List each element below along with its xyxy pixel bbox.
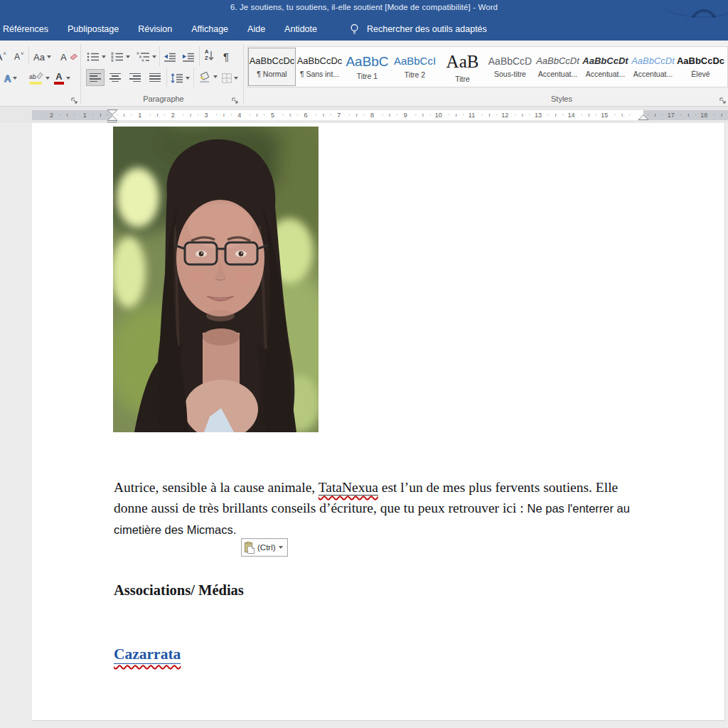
line-spacing-button[interactable]	[171, 69, 190, 87]
style-sample-text: AaBbCcDt	[536, 55, 579, 67]
style-gallery-item[interactable]: AaBbCcDt Accentuat...	[534, 48, 582, 86]
style-name-label: Élevé	[691, 70, 710, 78]
multilevel-list-icon	[136, 52, 150, 62]
numbered-list-button[interactable]	[111, 48, 130, 66]
tell-me-label: Rechercher des outils adaptés	[367, 24, 487, 34]
ribbon-tab[interactable]: Révision	[138, 24, 172, 34]
clipboard-paste-icon	[245, 542, 255, 554]
ribbon-tab[interactable]: Antidote	[284, 24, 317, 34]
font-color-button[interactable]: A	[54, 69, 70, 87]
clear-formatting-button[interactable]: A	[60, 48, 77, 66]
document-page[interactable]: Autrice, sensible à la cause animale, Ta…	[32, 123, 725, 721]
multilevel-list-button[interactable]	[136, 48, 156, 66]
hyperlink-cazarrata[interactable]: Cazarrata	[114, 646, 181, 663]
style-gallery-item[interactable]: AaBbCcDc Élevé	[677, 48, 724, 86]
style-name-label: ¶ Normal	[257, 70, 287, 78]
section-heading[interactable]: Associations/ Médias	[114, 582, 244, 599]
text-effects-button[interactable]: A	[4, 69, 17, 87]
show-paragraph-marks-button[interactable]: ¶	[223, 47, 229, 65]
ruler-right-margin: ·ı·17·ı·18·ı·	[643, 110, 728, 120]
style-name-label: Titre 2	[405, 70, 425, 79]
ruler-row: 2·ı·1·ı· ·ı·1·ı·2·ı·3·ı·4·ı·5·ı·6·ı·7·ı·…	[0, 107, 728, 123]
clear-formatting-icon: A	[60, 53, 67, 62]
style-gallery-item[interactable]: AaBbCcDt Accentuat...	[582, 48, 629, 86]
style-sample-text: AaBbCcD	[488, 55, 532, 68]
style-name-label: ¶ Sans int...	[300, 70, 339, 78]
style-gallery-item[interactable]: AaBbCcDc ¶ Normal	[248, 48, 296, 86]
style-gallery-item[interactable]: AaB Titre	[439, 48, 486, 86]
align-left-button[interactable]	[86, 68, 105, 87]
style-gallery-item[interactable]: AaBbCcD Sous-titre	[486, 48, 534, 86]
paste-options-button[interactable]: (Ctrl)	[241, 538, 288, 557]
decrease-indent-icon	[164, 53, 176, 62]
style-sample-text: AaBbCcDc	[677, 55, 724, 67]
hyperlink-text[interactable]: Cazarrata	[114, 646, 181, 664]
grow-font-icon: A	[0, 52, 2, 62]
sort-button[interactable]: AZ	[205, 46, 214, 65]
title-bar: 6. Je soutiens, tu soutiens, il-elle sou…	[0, 0, 728, 18]
style-gallery-item[interactable]: AaBbCcDc ¶ Sans int...	[296, 48, 343, 86]
shrink-font-icon: A	[14, 53, 20, 61]
paragraph-dialog-launcher[interactable]	[232, 97, 239, 105]
ribbon-tab[interactable]: Références	[3, 24, 48, 34]
tell-me-search[interactable]: Rechercher des outils adaptés	[349, 23, 487, 36]
styles-dialog-launcher[interactable]	[719, 97, 727, 105]
shrink-font-button[interactable]: A ˅	[14, 48, 24, 66]
bullet-list-button[interactable]	[87, 48, 106, 66]
style-name-label: Sous-titre	[494, 70, 526, 78]
ribbon-tab[interactable]: Publipostage	[68, 24, 119, 34]
highlighter-icon: ab	[29, 72, 43, 85]
ruler-text-area: ·ı·1·ı·2·ı·3·ı·4·ı·5·ı·6·ı·7·ı·8·ı·9·ı·1…	[112, 110, 643, 120]
paragraph-text: donne aussi de très brillants conseils d…	[114, 500, 528, 515]
align-center-button[interactable]	[107, 68, 124, 87]
grow-font-button[interactable]: A ˄	[0, 48, 6, 66]
styles-group-label: Styles	[505, 95, 619, 103]
style-sample-text: AaBbC	[346, 53, 388, 70]
ribbon-tab[interactable]: Aide	[247, 24, 265, 34]
pasted-text: Ne pas l'enterrer au	[528, 502, 630, 515]
pilcrow-icon: ¶	[223, 51, 229, 62]
misspelled-word[interactable]: TataNexua	[318, 480, 378, 496]
justify-button[interactable]	[146, 68, 164, 87]
increase-indent-icon	[182, 53, 195, 62]
ribbon-tab-bar: RéférencesPublipostageRévisionAffichageA…	[0, 18, 728, 41]
increase-indent-button[interactable]	[182, 48, 195, 66]
sort-icon: AZ	[205, 49, 214, 61]
style-gallery-item[interactable]: AaBbC Titre 1	[343, 48, 391, 86]
portrait-photo[interactable]	[113, 127, 318, 432]
paragraph-text: est l’un de mes plus fervents soutiens. …	[378, 480, 618, 495]
style-gallery-item[interactable]: AaBbCcI Titre 2	[391, 48, 439, 86]
paste-options-label: (Ctrl)	[257, 543, 276, 552]
change-case-button[interactable]: Aa	[33, 48, 51, 66]
lightbulb-icon	[349, 23, 360, 36]
style-sample-text: AaBbCcDc	[297, 55, 343, 67]
text-effects-icon: A	[4, 73, 11, 84]
line-spacing-icon	[171, 73, 183, 83]
style-name-label: Accentuat...	[633, 70, 673, 78]
highlight-color-button[interactable]: ab	[29, 69, 50, 87]
borders-button[interactable]	[222, 69, 238, 87]
eraser-icon	[68, 53, 77, 61]
font-dialog-launcher[interactable]	[71, 97, 78, 105]
shading-button[interactable]	[198, 68, 218, 86]
style-sample-text: AaBbCcDc	[250, 55, 295, 67]
document-area: Autrice, sensible à la cause animale, Ta…	[0, 123, 728, 728]
bullet-list-icon	[87, 52, 100, 62]
style-sample-text: AaBbCcDt	[631, 55, 675, 67]
style-name-label: Accentuat...	[586, 70, 625, 78]
styles-gallery: AaBbCcDc ¶ Normal AaBbCcDc ¶ Sans int...…	[247, 46, 728, 87]
style-sample-text: AaBbCcDt	[582, 55, 628, 67]
paragraph-group-label: Paragraphe	[107, 95, 220, 103]
decrease-indent-button[interactable]	[164, 48, 176, 66]
right-indent-marker[interactable]	[637, 114, 650, 121]
style-sample-text: AaBbCcI	[394, 55, 436, 68]
style-gallery-item[interactable]: AaBbCcDt Accentuat...	[629, 48, 677, 86]
font-color-icon: A	[54, 72, 64, 85]
align-center-icon	[109, 73, 121, 82]
ribbon-tab[interactable]: Affichage	[191, 24, 228, 34]
style-name-label: Accentuat...	[538, 70, 577, 78]
paint-bucket-icon	[198, 71, 211, 83]
align-right-button[interactable]	[127, 68, 144, 87]
numbered-list-icon	[111, 52, 124, 62]
body-paragraph[interactable]: Autrice, sensible à la cause animale, Ta…	[114, 477, 654, 540]
